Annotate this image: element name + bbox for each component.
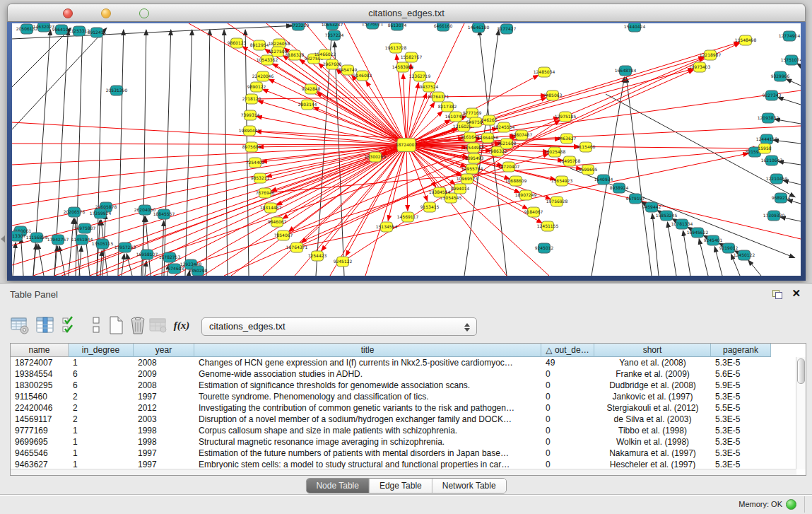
cell-out_degree: 0 [541,425,594,436]
cell-year: 2009 [134,368,194,380]
cell-year: 2008 [134,380,194,391]
table-selector-dropdown[interactable]: citations_edges.txt [201,317,477,336]
tab-node-table[interactable]: Node Table [306,479,370,493]
cell-title: Corpus callosum shape and size in male p… [194,425,541,436]
network-node-label: 6466160 [434,23,453,28]
network-node-label: 9913307 [12,233,26,238]
window-titlebar[interactable]: citations_edges.txt [7,4,806,22]
network-node-label: 15958 [758,146,771,151]
column-header-title[interactable]: title [194,344,541,357]
zoom-window-icon[interactable] [139,8,149,18]
network-view[interactable]: 1872400720506132146320239964103112533128… [12,23,801,276]
network-node-label: 9437524 [420,84,439,89]
cell-short: Yano et al. (2008) [594,357,711,368]
new-column-icon[interactable] [106,315,127,336]
cell-in_degree: 1 [69,357,134,368]
column-header-pagerank[interactable]: pagerank [711,344,771,357]
table-row[interactable]: 2242004622012Investigating the contribut… [11,402,806,414]
cell-short: Stergiakouli et al. (2012) [594,402,711,414]
cell-out_degree: 0 [541,380,594,391]
cell-year: 1998 [134,425,194,436]
float-window-icon[interactable] [772,290,782,299]
network-node-label: 16648784 [615,68,637,73]
table-row[interactable]: 1938455462009Genome-wide association stu… [11,368,806,380]
vertical-scrollbar[interactable] [796,357,806,469]
cell-title: Disruption of a novel member of a sodium… [194,414,541,425]
network-node-label: 12485034 [534,69,555,74]
network-node-label: 9860123 [228,40,247,45]
network-node-label: 8912954 [250,42,269,47]
collapse-handle-icon[interactable] [1,235,5,243]
table-row[interactable]: 946554611997Estimation of the future num… [11,448,806,459]
cell-short: Nakamura et al. (1997) [594,448,711,459]
table-row[interactable]: 977716911998Corpus callosum shape and si… [11,425,806,436]
status-divider [804,496,805,513]
network-node-label: 15440424 [624,24,646,29]
network-node-label: 10807487 [511,132,533,137]
network-node-label: 7357224 [325,33,344,37]
panel-title: Table Panel [10,289,58,300]
cell-short: Dudbridge et al. (2008) [594,380,711,391]
table-row[interactable]: 911546021997Tourette syndrome. Phenomeno… [11,391,806,402]
network-node-label: 14646180 [468,25,490,30]
network-node-label: 9245401 [704,238,723,243]
network-node-label: 13505115 [92,241,114,246]
network-node-label: 7254423 [308,253,327,258]
network-node-label: 18245554 [493,124,515,129]
column-header-year[interactable]: year [134,344,194,357]
network-node-label: 16945622 [687,230,709,235]
column-header-in_degree[interactable]: in_degree [69,344,134,357]
network-node-label: 18314487 [260,205,282,210]
minimize-window-icon[interactable] [101,8,111,18]
network-node-label: 12450122 [734,252,755,257]
table-panel: Table Panel ✕ [0,283,812,514]
table-row[interactable]: 969969511998Structural magnetic resonanc… [11,436,806,448]
network-node-label: 17309330 [763,213,785,218]
delete-table-icon[interactable] [148,315,170,336]
clear-selection-icon[interactable] [86,315,107,336]
network-node-label: 20364456 [477,135,499,140]
network-node-label: 9846067 [268,219,287,224]
network-node-label: 9463627 [558,136,577,141]
select-all-icon[interactable] [61,315,82,336]
table-row[interactable]: 1872400712008Changes of HCN gene express… [11,357,806,368]
network-node-label: 8186328 [286,52,305,57]
delete-column-icon[interactable] [128,315,149,336]
network-node-label: 15276021 [362,23,384,26]
memory-ok-icon [786,499,796,510]
network-node-label: 14955794 [461,166,483,171]
network-node-label: 18720407 [498,164,520,169]
tab-network-table[interactable]: Network Table [433,479,506,493]
cell-name: 19384554 [11,368,69,380]
cell-pagerank: 5.9E-5 [711,380,771,391]
close-panel-icon[interactable]: ✕ [792,287,801,300]
network-node-label: 9689214 [772,195,791,200]
table-mode-icon[interactable] [10,315,31,336]
node-table: namein_degreeyeartitle△ out_de…shortpage… [10,343,806,476]
network-node-label: 11451944 [71,237,93,242]
table-row[interactable]: 1456911722003Disruption of a novel membe… [11,414,806,425]
column-header-name[interactable]: name [11,344,69,357]
cell-year: 2003 [134,414,194,425]
scrollbar-thumb[interactable] [797,358,805,384]
show-columns-icon[interactable] [35,315,57,336]
cell-short: Wolkin et al. (1998) [594,436,711,448]
column-header-short[interactable]: short [594,344,711,357]
network-node-label: 19756928 [546,199,568,204]
network-node-label: 10653287 [322,23,343,27]
table-body: 1872400712008Changes of HCN gene express… [11,357,806,470]
horizontal-scrollbar[interactable] [11,469,796,475]
network-node-label: 19613728 [385,45,407,50]
cell-name: 18300295 [11,380,69,391]
network-node-label: 16210643 [761,158,783,163]
cell-year: 1998 [134,436,194,448]
tab-edge-table[interactable]: Edge Table [370,479,433,493]
column-header-out_degree[interactable]: △ out_de… [541,344,594,357]
close-window-icon[interactable] [63,8,73,18]
cell-out_degree: 0 [541,414,594,425]
network-node-label: 7676946 [256,190,275,195]
network-node-label: 11548498 [735,37,757,42]
table-row[interactable]: 1830029562008Estimation of significance … [11,380,806,391]
function-builder-icon[interactable]: f(x) [171,315,192,336]
cell-short: Franke et al. (2009) [594,368,711,380]
